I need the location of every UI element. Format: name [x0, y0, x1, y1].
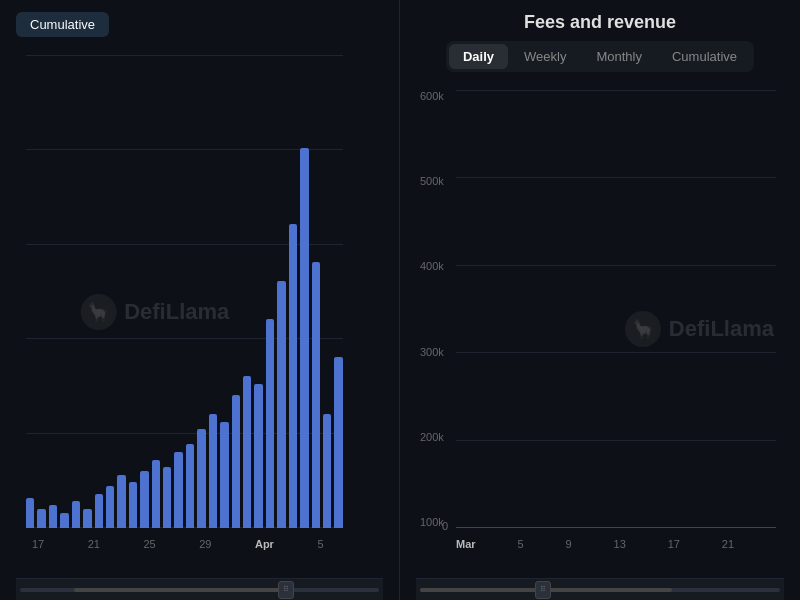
x-label-month: Mar — [456, 538, 476, 550]
bar — [83, 509, 91, 528]
bar — [129, 482, 137, 528]
y-label: 600k — [420, 90, 444, 102]
x-label: 21 — [722, 538, 734, 550]
bar — [197, 429, 205, 528]
chart-title: Fees and revenue — [524, 12, 676, 33]
tab-weekly[interactable]: Weekly — [510, 44, 580, 69]
bar — [49, 505, 57, 528]
grid-line — [26, 55, 343, 56]
left-scrollbar[interactable] — [16, 578, 383, 600]
x-label: 25 — [143, 538, 155, 550]
tab-cumulative[interactable]: Cumulative — [658, 44, 751, 69]
right-scrollbar[interactable] — [416, 578, 784, 600]
x-label: 13 — [614, 538, 626, 550]
x-label: 9 — [566, 538, 572, 550]
bar — [163, 467, 171, 528]
bar — [312, 262, 320, 528]
x-label: 21 — [88, 538, 100, 550]
cumulative-tab-left[interactable]: Cumulative — [16, 12, 109, 37]
bar — [140, 471, 148, 528]
bar — [277, 281, 285, 528]
x-label: 5 — [517, 538, 523, 550]
bar — [220, 422, 228, 528]
left-chart-area: 🦙 DefiLlama 17 21 25 29 Apr 5 — [16, 45, 383, 578]
bar — [152, 460, 160, 528]
bar — [60, 513, 68, 528]
bar — [26, 498, 34, 528]
main-container: Cumulative 🦙 DefiLlama 17 — [0, 0, 800, 600]
bar — [243, 376, 251, 528]
x-label: 29 — [199, 538, 211, 550]
bar — [323, 414, 331, 528]
left-header: Cumulative — [16, 12, 383, 37]
y-label: 500k — [420, 175, 444, 187]
zero-label: 0 — [442, 520, 448, 532]
bar — [209, 414, 217, 528]
left-x-axis: 17 21 25 29 Apr 5 — [32, 538, 367, 550]
y-label: 300k — [420, 346, 444, 358]
right-scrollbar-handle[interactable] — [535, 581, 551, 599]
bar — [117, 475, 125, 528]
left-scrollbar-handle[interactable] — [278, 581, 294, 599]
x-label: 5 — [317, 538, 323, 550]
bar — [266, 319, 274, 528]
bar — [174, 452, 182, 528]
y-label: 200k — [420, 431, 444, 443]
bar — [232, 395, 240, 528]
right-x-axis: Mar 5 9 13 17 21 — [456, 538, 776, 550]
right-bars-container — [456, 148, 776, 528]
left-scrollbar-track[interactable] — [20, 588, 379, 592]
bar — [37, 509, 45, 528]
tab-monthly[interactable]: Monthly — [582, 44, 656, 69]
bar — [95, 494, 103, 528]
tab-daily[interactable]: Daily — [449, 44, 508, 69]
left-scrollbar-thumb[interactable] — [74, 588, 289, 592]
y-label: 400k — [420, 260, 444, 272]
right-scrollbar-track[interactable] — [420, 588, 780, 592]
x-label: 17 — [668, 538, 680, 550]
y-label: 100k — [420, 516, 444, 528]
left-bars-container — [26, 148, 343, 528]
right-y-axis: 600k 500k 400k 300k 200k 100k — [420, 90, 444, 528]
right-panel: Fees and revenue Daily Weekly Monthly Cu… — [400, 0, 800, 600]
bar — [254, 384, 262, 528]
left-panel: Cumulative 🦙 DefiLlama 17 — [0, 0, 400, 600]
x-label-month: Apr — [255, 538, 274, 550]
bar — [300, 148, 308, 528]
bar — [334, 357, 342, 528]
bar — [186, 444, 194, 528]
right-chart-area: 600k 500k 400k 300k 200k 100k 0 🦙 DefiLl… — [416, 80, 784, 578]
bar — [289, 224, 297, 528]
grid-line — [456, 90, 776, 91]
right-header: Fees and revenue Daily Weekly Monthly Cu… — [416, 12, 784, 72]
tab-group: Daily Weekly Monthly Cumulative — [446, 41, 754, 72]
x-label: 17 — [32, 538, 44, 550]
bar — [72, 501, 80, 528]
bar — [106, 486, 114, 528]
